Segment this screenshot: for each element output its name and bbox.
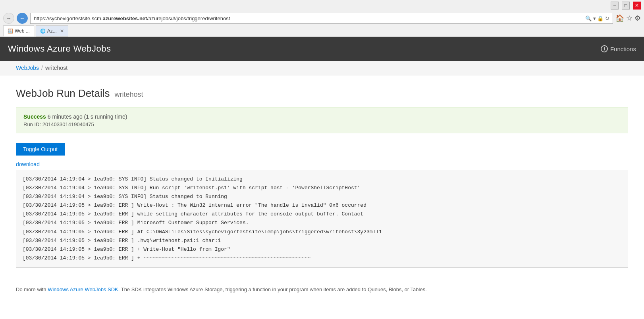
address-bar-row: → ← https://sychevigortestsite.scm.azure… — [0, 11, 644, 25]
toggle-output-button[interactable]: Toggle Output — [16, 143, 65, 156]
tab-az-close-icon[interactable]: ✕ — [60, 28, 64, 34]
tab-web-label: Web ... — [15, 28, 30, 34]
log-line: [03/30/2014 14:19:05 > 1ea9b0: ERR ] Mic… — [23, 219, 621, 227]
footer-text-before: Do more with — [16, 286, 48, 292]
tabs-row: 🪟 Web ... 🌐 Az... ✕ — [0, 25, 644, 37]
address-box[interactable]: https://sychevigortestsite.scm.azurewebs… — [30, 13, 613, 24]
breadcrumb: WebJobs / writehost — [0, 61, 644, 75]
status-label: Success — [23, 113, 46, 120]
log-line: [03/30/2014 14:19:04 > 1ea9b0: SYS INFO]… — [23, 192, 621, 201]
browser-chrome: – □ ✕ → ← https://sychevigortestsite.scm… — [0, 0, 644, 37]
status-box: Success 6 minutes ago (1 s running time)… — [16, 108, 628, 133]
log-line: [03/30/2014 14:19:05 > 1ea9b0: ERR ] At … — [23, 228, 621, 236]
tab-web[interactable]: 🪟 Web ... — [3, 25, 34, 37]
app-title: Windows Azure WebJobs — [8, 44, 111, 54]
footer-text-after: . The SDK integrates Windows Azure Stora… — [118, 286, 427, 292]
minimize-button[interactable]: – — [611, 2, 619, 10]
tab-az-label: Az... — [47, 28, 57, 34]
page-title: WebJob Run Details — [16, 87, 110, 100]
tab-web-icon: 🪟 — [8, 29, 13, 34]
back-button[interactable]: ← — [17, 13, 28, 24]
address-url: https://sychevigortestsite.scm.azurewebs… — [34, 15, 584, 21]
toolbar-icons: 🏠 ☆ ⚙ — [615, 14, 641, 23]
title-bar: – □ ✕ — [0, 0, 644, 11]
status-time: 6 minutes ago (1 s running time) — [48, 113, 127, 120]
tab-az-icon: 🌐 — [40, 29, 46, 34]
download-link[interactable]: download — [16, 161, 628, 167]
address-icons: 🔍 ▾ 🔒 ↻ — [585, 15, 609, 21]
status-line: Success 6 minutes ago (1 s running time) — [23, 113, 621, 120]
page-body: WebJob Run Details writehost Success 6 m… — [0, 75, 644, 276]
app-header: Windows Azure WebJobs ℹ Functions — [0, 37, 644, 61]
log-line: [03/30/2014 14:19:04 > 1ea9b0: SYS INFO]… — [23, 175, 621, 184]
breadcrumb-separator: / — [41, 65, 43, 71]
breadcrumb-webjobs-link[interactable]: WebJobs — [16, 65, 39, 71]
log-line: [03/30/2014 14:19:04 > 1ea9b0: SYS INFO]… — [23, 184, 621, 192]
footer-sdk-link[interactable]: Windows Azure WebJobs SDK — [48, 286, 118, 292]
tab-az[interactable]: 🌐 Az... ✕ — [36, 25, 68, 37]
info-icon: ℹ — [601, 45, 608, 52]
run-id: Run ID: 201403301419040475 — [23, 121, 621, 127]
restore-button[interactable]: □ — [622, 2, 630, 10]
log-line: [03/30/2014 14:19:05 > 1ea9b0: ERR ] whi… — [23, 210, 621, 219]
log-line: [03/30/2014 14:19:05 > 1ea9b0: ERR ] + W… — [23, 245, 621, 254]
log-output: [03/30/2014 14:19:04 > 1ea9b0: SYS INFO]… — [16, 170, 628, 268]
footer-note: Do more with Windows Azure WebJobs SDK. … — [0, 280, 644, 299]
log-line: [03/30/2014 14:19:05 > 1ea9b0: ERR ] .hw… — [23, 236, 621, 245]
breadcrumb-current: writehost — [45, 65, 67, 71]
page-heading: WebJob Run Details writehost — [16, 87, 628, 100]
forward-button[interactable]: → — [3, 13, 14, 24]
close-button[interactable]: ✕ — [633, 2, 641, 10]
log-line: [03/30/2014 14:19:05 > 1ea9b0: ERR ] + ~… — [23, 254, 621, 263]
log-line: [03/30/2014 14:19:05 > 1ea9b0: ERR ] Wri… — [23, 201, 621, 210]
functions-label: Functions — [610, 46, 636, 52]
page-subtitle: writehost — [115, 90, 143, 99]
functions-link[interactable]: ℹ Functions — [601, 45, 636, 52]
